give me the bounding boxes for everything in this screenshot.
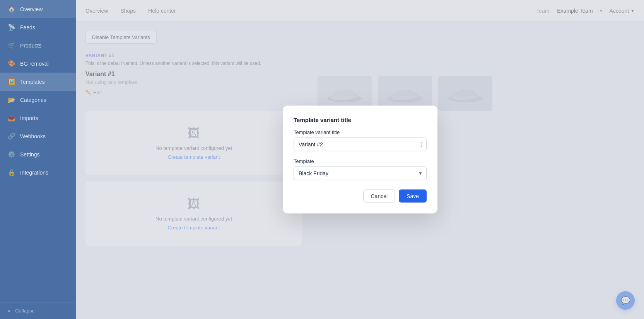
- sidebar-item-integrations[interactable]: 🔒 Integrations: [0, 163, 76, 182]
- template-form-group: Template Black Friday Default Summer Sal…: [294, 158, 427, 180]
- sidebar-item-categories[interactable]: 📂 Categories: [0, 91, 76, 109]
- sidebar-item-feeds[interactable]: 📡 Feeds: [0, 18, 76, 36]
- bg-removal-icon: 🎨: [8, 60, 15, 67]
- webhooks-icon: 🔗: [8, 132, 15, 140]
- imports-icon: 📥: [8, 114, 15, 122]
- modal-title: Template variant title: [294, 117, 427, 123]
- text-cursor-icon: ⌶: [420, 141, 423, 148]
- integrations-icon: 🔒: [8, 169, 15, 176]
- categories-icon: 📂: [8, 96, 15, 104]
- settings-icon: ⚙️: [8, 151, 15, 158]
- modal-footer: Cancel Save: [294, 190, 427, 203]
- products-icon: 🛒: [8, 42, 15, 49]
- sidebar-item-imports[interactable]: 📥 Imports: [0, 109, 76, 127]
- title-field-label: Template variant title: [294, 129, 427, 135]
- save-button[interactable]: Save: [399, 190, 427, 203]
- sidebar-item-webhooks[interactable]: 🔗 Webhooks: [0, 127, 76, 145]
- template-select-wrapper: Black Friday Default Summer Sale ▼: [294, 166, 427, 180]
- sidebar-item-settings[interactable]: ⚙️ Settings: [0, 145, 76, 163]
- sidebar-item-products[interactable]: 🛒 Products: [0, 36, 76, 54]
- sidebar-item-bg-removal[interactable]: 🎨 BG removal: [0, 54, 76, 73]
- cancel-button[interactable]: Cancel: [363, 190, 395, 203]
- sidebar-item-overview[interactable]: 🏠 Overview: [0, 0, 76, 18]
- templates-icon: 🖼️: [8, 78, 15, 85]
- collapse-button[interactable]: « Collapse: [0, 302, 76, 319]
- title-form-group: Template variant title ⌶: [294, 129, 427, 151]
- template-field-label: Template: [294, 158, 427, 164]
- title-input[interactable]: [294, 137, 427, 151]
- main-content: Overview Shops Help center Team: Example…: [76, 0, 644, 319]
- feeds-icon: 📡: [8, 24, 15, 31]
- title-input-wrapper: ⌶: [294, 137, 427, 151]
- sidebar: 🏠 Overview 📡 Feeds 🛒 Products 🎨 BG remov…: [0, 0, 76, 319]
- template-variant-modal: Template variant title Template variant …: [283, 106, 437, 214]
- template-select[interactable]: Black Friday Default Summer Sale: [294, 166, 427, 180]
- collapse-icon: «: [8, 308, 10, 314]
- home-icon: 🏠: [8, 5, 15, 13]
- sidebar-item-templates[interactable]: 🖼️ Templates: [0, 73, 76, 91]
